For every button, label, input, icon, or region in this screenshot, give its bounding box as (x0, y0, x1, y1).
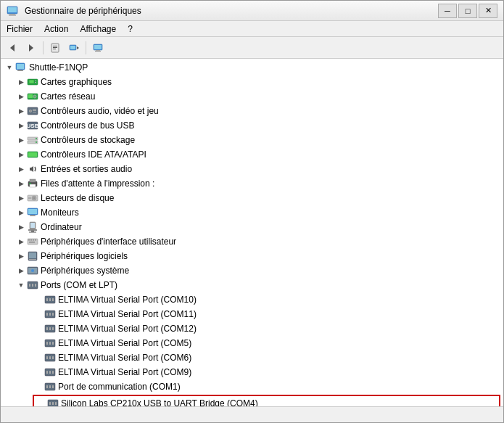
svg-rect-3 (9, 15, 16, 15)
svg-rect-64 (33, 239, 34, 241)
ports-icon (27, 279, 38, 291)
maximize-button[interactable]: □ (458, 4, 477, 18)
svg-rect-23 (35, 81, 36, 81)
tree-item-eltima-com10[interactable]: ▶ ELTIMA Virtual Serial Port (COM10) (1, 292, 503, 307)
menu-aide[interactable]: ? (122, 22, 139, 35)
svg-rect-94 (46, 356, 48, 359)
menu-affichage[interactable]: Affichage (74, 22, 122, 35)
device-tree[interactable]: ▼ Shuttle-F1NQP ▶ (1, 59, 503, 406)
expand-icon: ▶ (15, 207, 27, 218)
tree-item-moniteurs[interactable]: ▶ Moniteurs (1, 205, 503, 220)
svg-rect-95 (49, 356, 51, 359)
tree-item-controleurs-ide[interactable]: ▶ Contrôleurs IDE ATA/ATAPI (1, 147, 503, 162)
svg-rect-66 (29, 242, 35, 243)
audio-icon (27, 105, 38, 117)
svg-rect-55 (30, 215, 36, 216)
tree-item-silicon-com4[interactable]: ▶ Silicon Labs CP210x USB to UART Bridge… (34, 396, 499, 406)
storage-icon (27, 134, 38, 146)
svg-rect-76 (35, 284, 36, 287)
svg-rect-90 (46, 342, 48, 345)
tree-item-eltima-com12[interactable]: ▶ ELTIMA Virtual Serial Port (COM12) (1, 321, 503, 336)
svg-rect-100 (52, 371, 54, 374)
update-driver-button[interactable] (65, 40, 83, 56)
tree-item-eltima-com6[interactable]: ▶ ELTIMA Virtual Serial Port (COM6) (1, 350, 503, 365)
com-device-icon (44, 337, 56, 349)
svg-rect-20 (17, 70, 23, 71)
svg-text:USB: USB (27, 123, 38, 129)
svg-marker-12 (77, 46, 79, 49)
forward-button[interactable] (22, 40, 40, 56)
tree-item-peripheriques-interface[interactable]: ▶ Périphériques d'interface utilisateur (1, 234, 503, 249)
expand-icon: ▶ (15, 91, 27, 102)
menu-action[interactable]: Action (38, 22, 74, 35)
svg-rect-75 (32, 284, 33, 287)
tree-item-eltima-com9[interactable]: ▶ ELTIMA Virtual Serial Port (COM9) (1, 365, 503, 379)
svg-rect-62 (28, 239, 30, 241)
software-icon (27, 250, 38, 262)
expand-icon: ▶ (15, 265, 27, 276)
svg-rect-78 (46, 298, 48, 301)
tree-item-controleurs-audio[interactable]: ▶ Contrôleurs audio, vidéo et jeu (1, 104, 503, 118)
tree-item-entrees-sorties[interactable]: ▶ Entrées et sorties audio (1, 162, 503, 176)
item-label: Contrôleurs de stockage (41, 135, 135, 145)
expand-icon: ▶ (15, 221, 27, 233)
close-button[interactable]: ✕ (479, 4, 497, 18)
properties-button[interactable] (46, 40, 64, 56)
root-label: Shuttle-F1NQP (29, 62, 88, 73)
item-label: Ports (COM et LPT) (41, 280, 117, 290)
item-label: Périphériques logiciels (41, 251, 128, 261)
item-label: ELTIMA Virtual Serial Port (COM5) (58, 338, 191, 348)
svg-point-49 (33, 197, 35, 199)
tree-item-port-com1[interactable]: ▶ Port de communication (COM1) (1, 379, 503, 394)
tree-item-ordinateur[interactable]: ▶ Ordinateur (1, 220, 503, 234)
tree-item-lecteurs-disque[interactable]: ▶ Lecteurs de disque (1, 191, 503, 205)
com-device-icon (44, 308, 56, 320)
item-label: Lecteurs de disque (41, 193, 114, 203)
toolbar-sep-1 (43, 41, 44, 54)
tree-item-peripheriques-logiciels[interactable]: ▶ Périphériques logiciels (1, 249, 503, 263)
tree-item-controleurs-stockage[interactable]: ▶ Contrôleurs de stockage (1, 133, 503, 147)
tree-item-cartes-graphiques[interactable]: ▶ Cartes graphiques (1, 75, 503, 89)
svg-rect-33 (33, 110, 36, 111)
item-label: Contrôleurs de bus USB (41, 120, 134, 131)
svg-marker-4 (10, 44, 15, 52)
svg-point-72 (31, 269, 34, 272)
svg-rect-103 (49, 385, 51, 388)
svg-rect-87 (49, 327, 51, 330)
item-label: Files d'attente à l'impression : (41, 178, 154, 189)
ide-icon (27, 149, 38, 160)
tree-item-controleurs-bus-usb[interactable]: ▶ USB Contrôleurs de bus USB (1, 118, 503, 133)
back-button[interactable] (4, 40, 21, 56)
tree-item-eltima-com11[interactable]: ▶ ELTIMA Virtual Serial Port (COM11) (1, 307, 503, 321)
tree-item-cartes-reseau[interactable]: ▶ Cartes réseau (1, 89, 503, 104)
display-button[interactable] (89, 40, 107, 56)
cartes-graphiques-icon (27, 76, 38, 88)
svg-rect-99 (49, 371, 51, 374)
menu-fichier[interactable]: Fichier (1, 22, 38, 35)
tree-item-ports-com-lpt[interactable]: ▼ Ports (COM et LPT) (1, 278, 503, 292)
svg-rect-106 (49, 402, 51, 405)
tree-item-files-attente[interactable]: ▶ Files d'attente à l'impression : (1, 176, 503, 191)
status-bar (1, 406, 503, 422)
usb-hub-icon: USB (27, 120, 38, 131)
item-label: ELTIMA Virtual Serial Port (COM12) (58, 324, 197, 334)
window-icon (7, 5, 18, 17)
item-label: Port de communication (COM1) (58, 382, 181, 392)
item-label: Moniteurs (41, 208, 79, 218)
tree-item-peripheriques-systeme[interactable]: ▶ Périphériques système (1, 263, 503, 278)
svg-rect-42 (28, 152, 37, 157)
tree-root[interactable]: ▼ Shuttle-F1NQP (1, 60, 503, 75)
tree-item-eltima-com5[interactable]: ▶ ELTIMA Virtual Serial Port (COM5) (1, 336, 503, 350)
svg-rect-102 (46, 385, 48, 388)
minimize-button[interactable]: ─ (438, 4, 457, 18)
expand-icon: ▶ (15, 105, 27, 117)
com-device-icon (44, 366, 56, 378)
system-icon (27, 265, 38, 276)
svg-rect-54 (30, 215, 35, 215)
svg-rect-26 (28, 94, 33, 98)
svg-rect-107 (52, 402, 54, 405)
svg-rect-86 (46, 327, 48, 330)
expand-icon: ▶ (15, 250, 27, 262)
expand-icon: ▶ (15, 163, 27, 175)
item-label: ELTIMA Virtual Serial Port (COM9) (58, 367, 191, 377)
